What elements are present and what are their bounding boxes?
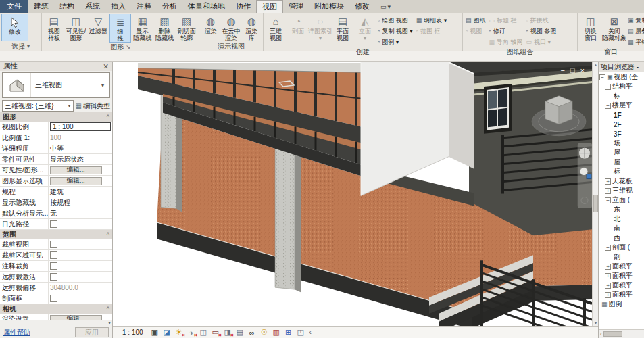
view-type-combo[interactable]: 三维视图: {三维} ▾ [2,100,74,112]
view-control-icon[interactable]: ⊞ [284,328,293,337]
ribbon-small-button[interactable]: ▫ 范围 框 [415,26,449,37]
ribbon-tab[interactable]: 管理 [283,0,309,13]
tree-item[interactable]: 南 [599,224,644,233]
section-header-graphics[interactable]: 图形^ [0,112,112,122]
tree-item[interactable]: − 楼层平 [599,101,644,110]
minimize-icon[interactable]: − [560,66,564,74]
tree-item[interactable]: 北 [599,214,644,224]
ribbon-tab[interactable]: 建筑 [28,0,54,13]
ribbon-button[interactable]: ◔ 剖面 [287,14,309,47]
ribbon-small-button[interactable]: ▤ 图纸 [464,15,487,26]
tree-item[interactable]: 屋 [599,158,644,167]
property-value[interactable]: 无 [49,208,112,218]
ribbon-tab[interactable]: 视图 [256,0,283,13]
property-value[interactable] [49,250,112,260]
properties-help-link[interactable]: 属性帮助 [3,328,30,337]
ribbon-small-button[interactable]: ▫ 拼接线 [525,15,558,26]
tree-item[interactable]: 标 [599,91,644,101]
section-header-camera[interactable]: 相机^ [0,304,112,314]
tree-expand-icon[interactable]: + [605,273,611,279]
ribbon-small-button[interactable]: ▦ 明细表 ▾ [415,15,449,26]
tree-expand-icon[interactable]: + [605,264,611,270]
tree-item[interactable]: + 面积平 [599,290,644,299]
scrollbar-up-icon[interactable]: ▲ [593,63,598,67]
ribbon-button[interactable]: ▧ 删除隐藏线 [154,14,176,43]
ribbon-small-button[interactable]: ▦ 导向 轴网 [488,37,524,47]
ribbon-small-button[interactable]: ▣ 复制 [626,15,644,26]
edit-type-button[interactable]: ▦ 编辑类型 [76,101,110,111]
project-browser-title[interactable]: 项目浏览器 - [599,62,644,72]
tree-expand-icon[interactable]: − [605,103,611,109]
ribbon-button[interactable]: ⌂ 三维视图 [265,14,287,47]
tree-expand-icon[interactable]: + [605,283,611,289]
tree-item[interactable]: + 面积平 [599,271,644,281]
ribbon-button[interactable]: ▤ 视图样板 [43,14,65,43]
tree-expand-icon[interactable]: + [605,178,611,185]
tree-item[interactable]: − ▣ 视图 (全 [599,72,644,82]
tree-item[interactable]: + 三维视 [599,186,644,195]
property-value[interactable]: 编辑... [49,176,112,186]
tree-expand-icon[interactable]: − [605,84,611,90]
tree-item[interactable]: 西 [599,233,644,243]
drawing-area[interactable]: − □ × ▲ ▼ 1 : 100 ▣ [113,62,598,338]
ribbon-small-button[interactable]: ▫ 图例 ▾ [376,37,414,47]
panel-label-select[interactable]: 选择▾ [0,42,41,51]
property-value[interactable] [49,239,112,249]
file-menu-button[interactable]: 文件 [0,0,28,13]
ribbon-small-button[interactable]: ▫ 视图 参照 [525,26,558,37]
property-value[interactable]: 中等 [49,143,112,153]
tree-item[interactable]: 屋 [599,148,644,158]
close-icon[interactable]: × [580,66,585,74]
view-control-icon[interactable]: ◨ × [223,328,232,337]
tree-item[interactable]: 2F [599,120,644,129]
tree-expand-icon[interactable]: − [605,197,611,203]
type-selector[interactable]: 三维视图 ▾ [2,72,110,98]
ribbon-small-button[interactable]: ▫ 复制 视图 ▾ [376,26,414,37]
ribbon-button[interactable]: ▨ 剖切面轮廓 [176,14,197,43]
property-value[interactable] [49,261,112,271]
tree-item[interactable]: + 天花板 [599,176,644,186]
ribbon-button[interactable]: ◌ 详图索引▾ [309,14,331,47]
ribbon-small-button[interactable]: ▫ 绘图 视图 [376,15,414,26]
tree-item[interactable]: − 结构平 [599,82,644,91]
scrollbar-left-icon[interactable]: ‹ [600,331,602,337]
view-control-icon[interactable]: ◳ [296,328,305,337]
restore-icon[interactable]: □ [570,66,575,74]
property-value[interactable]: 1 : 100 [49,122,112,132]
tree-expand-icon[interactable]: + [605,188,611,194]
ribbon-button[interactable]: ◫ 切换窗口 [579,14,602,47]
view-control-icon[interactable]: ∞ [247,328,257,337]
ribbon-display-toggle[interactable]: ▭ ▾ [375,0,396,13]
ribbon-tab[interactable]: 结构 [54,0,80,13]
tree-item[interactable]: + 面积平 [599,281,644,290]
tree-item[interactable]: + 面积平 [599,262,644,271]
property-value[interactable] [49,272,112,282]
property-value[interactable] [49,219,112,229]
ribbon-button[interactable]: ≣ 细线 [109,14,131,43]
property-value[interactable]: 100 [49,132,112,143]
ribbon-tab[interactable]: 分析 [157,0,182,13]
view-control-icon[interactable]: ▤ [235,328,245,337]
scale-button[interactable]: 1 : 100 [122,329,143,336]
ribbon-small-button[interactable]: ▭ 标题 栏 [488,15,524,26]
ribbon-small-button[interactable]: ▦ 平铺 [626,37,644,47]
ribbon-button[interactable]: ⊠ 关闭隐藏对象 [603,14,626,47]
viewport-vertical-scrollbar[interactable]: ▲ ▼ [592,62,598,326]
tree-item[interactable]: ▦ 图例 [599,299,644,309]
dialog-launcher-icon[interactable]: ↘ [126,43,130,51]
tree-item[interactable]: 东 [599,205,644,214]
ribbon-tab[interactable]: 协作 [230,0,256,13]
tree-item[interactable]: 1F [599,110,644,120]
view-control-icon[interactable]: ▥ [272,328,281,337]
view-control-icon[interactable]: ▣ [150,328,159,337]
view-control-icon[interactable]: ◪ [162,328,172,337]
tree-item[interactable]: 标 [599,167,644,176]
ribbon-small-button[interactable]: ▫ 视图 [464,26,487,37]
navigation-bar[interactable] [578,143,592,208]
scrollbar-thumb[interactable] [593,195,598,212]
tree-item[interactable]: 3F [599,129,644,139]
collapse-toolbar-icon[interactable]: ‹ [309,329,312,336]
scrollbar-down-icon[interactable]: ▼ [593,321,598,325]
tree-item[interactable]: 场 [599,139,644,148]
ribbon-small-button[interactable]: ▤ 层叠 [626,26,644,37]
